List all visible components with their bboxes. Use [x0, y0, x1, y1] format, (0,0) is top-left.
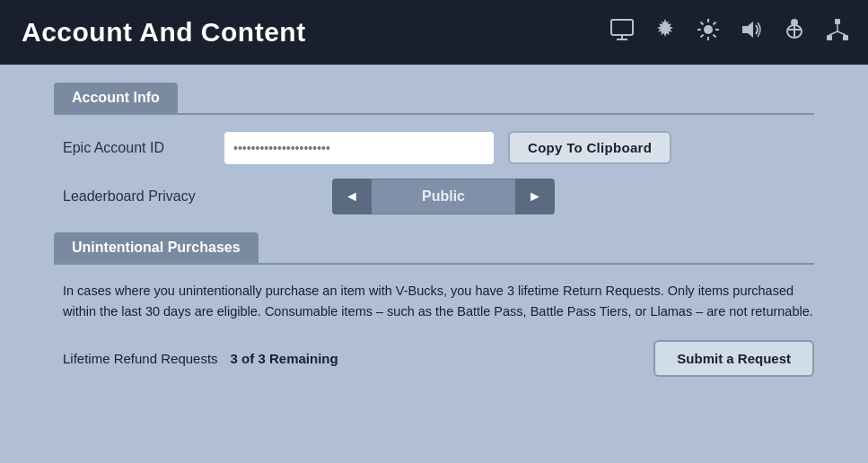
top-bar: Account And Content	[0, 0, 868, 65]
refund-info: Lifetime Refund Requests 3 of 3 Remainin…	[63, 351, 653, 366]
svg-line-11	[714, 22, 716, 24]
leaderboard-privacy-label: Leaderboard Privacy	[63, 188, 224, 205]
svg-line-24	[837, 31, 846, 35]
brightness-icon[interactable]	[696, 17, 721, 48]
svg-point-4	[704, 25, 713, 34]
account-info-section: Account Info Epic Account ID Copy To Cli…	[54, 83, 814, 214]
privacy-value: Public	[372, 179, 515, 214]
leaderboard-privacy-row: Leaderboard Privacy ◄ Public ►	[54, 179, 814, 214]
submit-request-button[interactable]: Submit a Request	[653, 340, 814, 377]
svg-rect-21	[843, 35, 848, 40]
svg-line-12	[701, 34, 704, 37]
privacy-controls: ◄ Public ►	[332, 179, 555, 214]
copy-to-clipboard-button[interactable]: Copy To Clipboard	[508, 131, 671, 164]
settings-icon[interactable]	[653, 17, 678, 48]
content-area: Account Info Epic Account ID Copy To Cli…	[0, 65, 868, 463]
svg-rect-0	[611, 20, 633, 35]
svg-rect-19	[835, 19, 840, 24]
unintentional-purchases-section: Unintentional Purchases In cases where y…	[54, 232, 814, 377]
epic-account-id-input[interactable]	[224, 132, 494, 164]
account-info-tab: Account Info	[54, 83, 178, 113]
refund-remaining-value: 3 of 3 Remaining	[231, 351, 338, 366]
refund-row: Lifetime Refund Requests 3 of 3 Remainin…	[54, 340, 814, 377]
lifetime-refund-label: Lifetime Refund Requests	[63, 351, 218, 366]
page-title: Account And Content	[22, 17, 306, 48]
svg-line-9	[701, 22, 704, 24]
svg-marker-13	[742, 22, 753, 38]
purchases-description: In cases where you unintentionally purch…	[54, 281, 814, 322]
account-info-divider	[54, 113, 814, 115]
privacy-right-arrow-button[interactable]: ►	[515, 179, 555, 214]
svg-rect-20	[827, 35, 832, 40]
accessibility-icon[interactable]	[782, 17, 807, 48]
unintentional-purchases-tab: Unintentional Purchases	[54, 232, 259, 263]
monitor-icon[interactable]	[609, 17, 635, 48]
svg-line-10	[714, 34, 716, 37]
privacy-left-arrow-button[interactable]: ◄	[332, 179, 372, 214]
sound-icon[interactable]	[739, 17, 764, 48]
epic-account-id-row: Epic Account ID Copy To Clipboard	[54, 131, 814, 164]
nav-icons	[609, 17, 850, 48]
network-icon[interactable]	[825, 17, 850, 48]
epic-account-id-label: Epic Account ID	[63, 140, 224, 156]
purchases-divider	[54, 263, 814, 265]
svg-line-23	[829, 31, 837, 35]
